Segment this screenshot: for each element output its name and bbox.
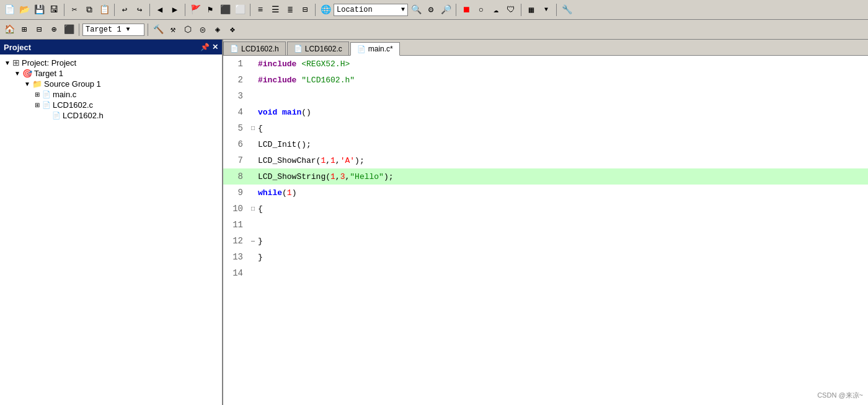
save-all-button[interactable]: 🖫 — [47, 3, 61, 17]
t3-button[interactable]: ⊟ — [32, 23, 46, 37]
t1-button[interactable]: 🏠 — [2, 23, 16, 37]
t2-button[interactable]: ⊞ — [17, 23, 31, 37]
line-num-12: 12 — [223, 236, 248, 246]
line-num-7: 7 — [223, 155, 248, 165]
open-button[interactable]: 📂 — [17, 3, 31, 17]
lcd1602-h-label: LCD1602.h — [63, 111, 104, 120]
paren9: ( — [282, 188, 287, 198]
align3-button[interactable]: ≣ — [283, 3, 297, 17]
target-combo[interactable]: Target 1 ▼ — [82, 24, 144, 36]
back-button[interactable]: ◀ — [153, 3, 167, 17]
line-num-1: 1 — [223, 59, 248, 69]
source-group-label: Source Group 1 — [44, 79, 101, 89]
line-code-12[interactable]: } — [258, 237, 868, 246]
copy-button[interactable]: ⧉ — [82, 3, 96, 17]
line-code-5[interactable]: { — [258, 124, 868, 133]
paste-button[interactable]: 📋 — [97, 3, 111, 17]
line-code-7[interactable]: LCD_ShowChar(1,1,'A'); — [258, 156, 868, 165]
line-code-4[interactable]: void main() — [258, 108, 868, 117]
tab-icon-lcd1602h: 📄 — [230, 45, 239, 53]
shield-button[interactable]: 🛡 — [504, 3, 518, 17]
view-dropdown-icon[interactable]: ▼ — [539, 3, 553, 17]
expand-source-group[interactable]: ▼ — [22, 81, 32, 87]
tree-item-source-group[interactable]: ▼ 📁 Source Group 1 — [0, 79, 222, 89]
bookmark2-button[interactable]: ⚑ — [203, 3, 217, 17]
bookmark4-button[interactable]: ⬜ — [233, 3, 247, 17]
location-combo[interactable]: Location ▼ — [334, 4, 408, 16]
line-num-5: 5 — [223, 123, 248, 133]
code-line-6: 6 LCD_Init(); — [223, 136, 868, 152]
redo-button[interactable]: ↪ — [133, 3, 146, 17]
line-code-9[interactable]: while(1) — [258, 188, 868, 198]
line-code-6[interactable]: LCD_Init(); — [258, 140, 868, 149]
cut-button[interactable]: ✂ — [68, 3, 81, 17]
line-code-2[interactable]: #include "LCD1602.h" — [258, 76, 868, 85]
sep4 — [185, 4, 185, 16]
bookmark1-button[interactable]: 🚩 — [188, 3, 202, 17]
code-wrapper[interactable]: 1 #include <REGX52.H> 2 #include "LCD160… — [223, 56, 868, 405]
bookmark3-button[interactable]: ⬛ — [218, 3, 232, 17]
forward-button[interactable]: ▶ — [168, 3, 182, 17]
expand-target1[interactable]: ▼ — [12, 70, 22, 77]
undo-button[interactable]: ↩ — [118, 3, 131, 17]
build1-button[interactable]: 🔨 — [151, 23, 165, 37]
search-button[interactable]: 🔎 — [439, 3, 453, 17]
tab-icon-mainc: 📄 — [357, 45, 366, 53]
inspect-button[interactable]: 🔍 — [409, 3, 423, 17]
circle-button[interactable]: ○ — [474, 3, 488, 17]
stop-button[interactable]: ⏹ — [459, 3, 473, 17]
char-a: 'A' — [340, 156, 355, 165]
cloud-button[interactable]: ☁ — [489, 3, 503, 17]
line-code-8[interactable]: LCD_ShowString(1,3,"Hello"); — [258, 172, 868, 181]
pin-icon[interactable]: 📌 — [200, 43, 210, 51]
location-dropdown-icon: ▼ — [401, 6, 405, 13]
target-icon: 🎯 — [22, 69, 32, 78]
tree-item-target1[interactable]: ▼ 🎯 Target 1 — [0, 68, 222, 79]
build5-button[interactable]: ◈ — [211, 23, 224, 37]
t4-button[interactable]: ⊕ — [47, 23, 61, 37]
line-num-13: 13 — [223, 252, 248, 262]
toolbar-second: 🏠 ⊞ ⊟ ⊕ ⬛ Target 1 ▼ 🔨 ⚒ ⬡ ◎ ◈ ❖ — [0, 20, 868, 40]
build4-button[interactable]: ◎ — [196, 23, 210, 37]
line-code-10[interactable]: { — [258, 204, 868, 214]
paren4: () — [301, 108, 311, 117]
close-icon[interactable]: ✕ — [212, 43, 218, 51]
view-button[interactable]: ▦ — [525, 3, 538, 17]
build3-button[interactable]: ⬡ — [181, 23, 195, 37]
str-hello: "Hello" — [350, 172, 384, 181]
new-button[interactable]: 📄 — [2, 3, 16, 17]
num8-1: 1 — [330, 172, 335, 181]
file-c-icon1: 📄 — [42, 90, 51, 98]
settings-button[interactable]: 🔧 — [560, 3, 574, 17]
line-code-1[interactable]: #include <REGX52.H> — [258, 59, 868, 69]
tree-item-lcd1602-c[interactable]: ⊞ 📄 LCD1602.c — [0, 100, 222, 110]
comma2: , — [335, 156, 340, 165]
func-button[interactable]: ⚙ — [424, 3, 438, 17]
tree-item-main-c[interactable]: ⊞ 📄 main.c — [0, 89, 222, 100]
expand-lcd1602-c[interactable]: ⊞ — [32, 102, 42, 108]
folder-icon: 📁 — [32, 79, 42, 89]
expand-main-c[interactable]: ⊞ — [32, 91, 42, 98]
expand-project[interactable]: ▼ — [2, 59, 12, 66]
tab-mainc[interactable]: 📄 main.c* — [350, 42, 400, 56]
save-button[interactable]: 💾 — [32, 3, 46, 17]
globe-button[interactable]: 🌐 — [319, 3, 332, 17]
tree-item-lcd1602-h[interactable]: ⊞ 📄 LCD1602.h — [0, 110, 222, 121]
t5-button[interactable]: ⬛ — [62, 23, 76, 37]
align4-button[interactable]: ⊟ — [298, 3, 312, 17]
main-c-label: main.c — [53, 90, 76, 99]
location-label: Location — [337, 6, 373, 14]
line-code-13[interactable]: } — [258, 253, 868, 262]
tab-lcd1602h[interactable]: 📄 LCD1602.h — [223, 41, 286, 55]
align2-button[interactable]: ☰ — [268, 3, 282, 17]
tree-item-project[interactable]: ▼ ⊞ Project: Project — [0, 57, 222, 68]
align1-button[interactable]: ≡ — [254, 3, 267, 17]
target-label: Target 1 — [86, 25, 122, 34]
keyword-include2: #include — [258, 76, 296, 85]
sep11 — [148, 24, 148, 36]
line-collapse-5[interactable]: □ — [248, 125, 258, 132]
tab-lcd1602c[interactable]: 📄 LCD1602.c — [287, 41, 349, 55]
build6-button[interactable]: ❖ — [226, 23, 239, 37]
line-collapse-10[interactable]: □ — [248, 206, 258, 212]
build2-button[interactable]: ⚒ — [166, 23, 180, 37]
